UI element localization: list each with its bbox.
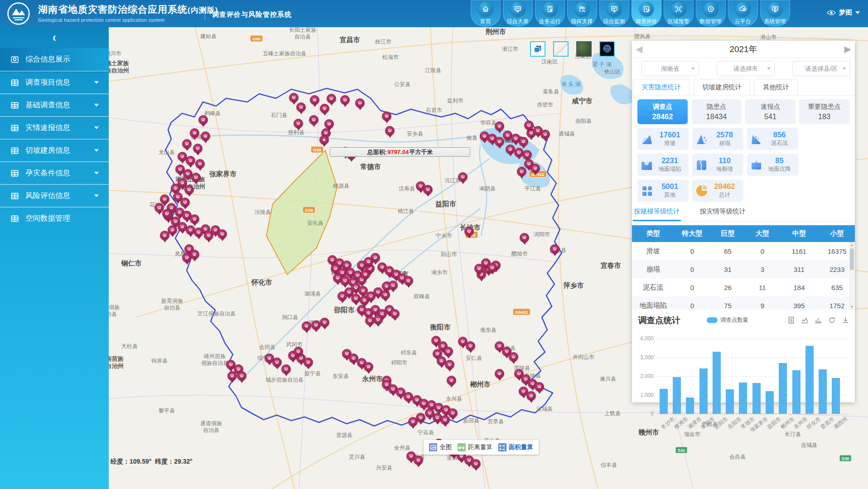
- scroll-up-icon[interactable]: ▲: [849, 243, 855, 247]
- map-tool-距离量算[interactable]: 距离量算: [458, 443, 492, 451]
- bar-长沙市[interactable]: [660, 389, 668, 414]
- hazard-marker[interactable]: [171, 184, 180, 193]
- table-row[interactable]: 地面塌陷07593951752: [632, 296, 855, 310]
- hazard-marker[interactable]: [310, 95, 319, 105]
- hazard-marker[interactable]: [526, 391, 536, 401]
- sidebar-item-1[interactable]: 综合信息展示: [0, 48, 109, 71]
- hazard-marker[interactable]: [296, 102, 306, 112]
- hazard-marker[interactable]: [519, 137, 528, 146]
- sub-tab-1[interactable]: 按规模等级统计: [633, 207, 681, 221]
- hazard-marker[interactable]: [404, 392, 413, 402]
- bar-衡阳市[interactable]: [699, 368, 708, 414]
- sidebar-collapse-button[interactable]: ‹: [0, 27, 109, 48]
- table-row[interactable]: 崩塌03133112233: [632, 260, 855, 278]
- layers-button[interactable]: [530, 41, 545, 57]
- hazard-marker[interactable]: [160, 231, 169, 240]
- hazard-marker[interactable]: [195, 159, 205, 169]
- hazard-marker[interactable]: [388, 281, 398, 290]
- hazard-marker[interactable]: [191, 173, 201, 182]
- line-chart-icon[interactable]: [801, 316, 809, 324]
- hazard-marker[interactable]: [535, 382, 544, 392]
- summary-card-4[interactable]: 重要隐患点183: [799, 99, 849, 124]
- hazard-marker[interactable]: [540, 130, 550, 139]
- hazard-marker[interactable]: [414, 455, 423, 465]
- data-view-icon[interactable]: [787, 316, 795, 324]
- sidebar-item-2[interactable]: 调查项目信息: [0, 71, 109, 93]
- hazard-marker[interactable]: [324, 119, 334, 129]
- hazard-marker[interactable]: [404, 276, 413, 286]
- hazard-marker[interactable]: [272, 358, 282, 367]
- satellite-layer-button[interactable]: [576, 41, 592, 57]
- hazard-marker[interactable]: [371, 253, 380, 262]
- hazard-marker[interactable]: [408, 417, 418, 426]
- nav-item-10[interactable]: 系统管理: [760, 0, 790, 26]
- hazard-marker[interactable]: [338, 291, 347, 301]
- hazard-marker[interactable]: [180, 198, 190, 207]
- bar-永州市[interactable]: [792, 370, 800, 414]
- sidebar-item-5[interactable]: 切坡建房信息: [0, 139, 109, 161]
- hazard-marker[interactable]: [445, 360, 454, 369]
- hazard-marker[interactable]: [351, 294, 361, 303]
- sidebar-item-8[interactable]: 空间数据管理: [0, 207, 109, 229]
- tab-3[interactable]: 其他统计: [754, 79, 798, 95]
- hazard-marker[interactable]: [390, 309, 400, 319]
- hazard-marker[interactable]: [160, 194, 169, 204]
- year-prev-button[interactable]: ◀: [636, 44, 642, 54]
- hazard-marker[interactable]: [509, 352, 518, 362]
- type-card-地裂缝[interactable]: 110地裂缝: [692, 154, 743, 176]
- nav-item-8[interactable]: 数据管理: [696, 0, 726, 26]
- table-row[interactable]: 泥石流02611184635: [632, 278, 855, 296]
- region-select-3[interactable]: 请选择县/区: [792, 61, 850, 76]
- table-body[interactable]: 滑坡0650116116375崩塌03133112233泥石流026111846…: [632, 242, 855, 310]
- hazard-marker[interactable]: [190, 128, 199, 138]
- bar-怀化市[interactable]: [805, 346, 814, 414]
- summary-card-3[interactable]: 速报点541: [745, 99, 796, 124]
- hazard-marker[interactable]: [190, 214, 199, 224]
- hazard-marker[interactable]: [184, 185, 194, 194]
- hazard-marker[interactable]: [423, 185, 433, 194]
- hazard-marker[interactable]: [464, 227, 474, 236]
- sidebar-item-4[interactable]: 灾情速报信息: [0, 116, 109, 139]
- hazard-marker[interactable]: [495, 137, 504, 146]
- type-card-总计[interactable]: 28462总计: [692, 179, 743, 202]
- hazard-marker[interactable]: [355, 98, 365, 108]
- hazard-marker[interactable]: [530, 164, 540, 173]
- hazard-marker[interactable]: [550, 244, 559, 254]
- hazard-marker[interactable]: [522, 150, 532, 160]
- bar-张家界市[interactable]: [752, 383, 761, 414]
- tab-2[interactable]: 切坡建房统计: [694, 79, 750, 95]
- nav-item-3[interactable]: 业务运行: [535, 0, 565, 26]
- bar-邵阳市[interactable]: [713, 352, 721, 414]
- hazard-marker[interactable]: [444, 347, 453, 356]
- hazard-marker[interactable]: [520, 233, 529, 242]
- hazard-marker[interactable]: [495, 369, 504, 378]
- nav-item-7[interactable]: 区域预警: [664, 0, 694, 26]
- map-tool-面积量算[interactable]: 面积量算: [498, 443, 533, 451]
- bar-岳阳市[interactable]: [726, 389, 734, 414]
- sidebar-item-7[interactable]: 风险评估信息: [0, 184, 109, 207]
- type-card-滑坡[interactable]: 17601滑坡: [637, 128, 689, 150]
- bar-郴州市[interactable]: [779, 363, 787, 414]
- hazard-marker[interactable]: [440, 415, 450, 425]
- street-layer-button[interactable]: [553, 41, 569, 57]
- refresh-icon[interactable]: [828, 316, 836, 324]
- region-select-2[interactable]: 请选择市: [717, 61, 775, 76]
- nav-item-2[interactable]: 综合大屏: [503, 0, 533, 26]
- nav-item-6[interactable]: 调查评价: [632, 0, 661, 26]
- scrollbar-thumb[interactable]: [850, 248, 854, 270]
- hazard-marker[interactable]: [506, 145, 515, 154]
- hazard-marker[interactable]: [474, 264, 484, 273]
- hazard-marker[interactable]: [186, 156, 195, 165]
- nav-item-5[interactable]: 综合监测: [599, 0, 629, 26]
- type-card-地面塌陷[interactable]: 2231地面塌陷: [637, 154, 689, 176]
- hazard-marker[interactable]: [327, 94, 336, 103]
- user-menu[interactable]: 梦图: [827, 8, 860, 17]
- hazard-marker[interactable]: [309, 115, 318, 125]
- globe-layer-button[interactable]: [599, 41, 615, 57]
- hazard-marker[interactable]: [365, 316, 375, 325]
- hazard-marker[interactable]: [311, 320, 321, 330]
- hazard-marker[interactable]: [340, 95, 350, 105]
- hazard-marker[interactable]: [162, 209, 172, 218]
- hazard-marker[interactable]: [294, 347, 303, 356]
- scroll-down-icon[interactable]: ▼: [849, 305, 855, 309]
